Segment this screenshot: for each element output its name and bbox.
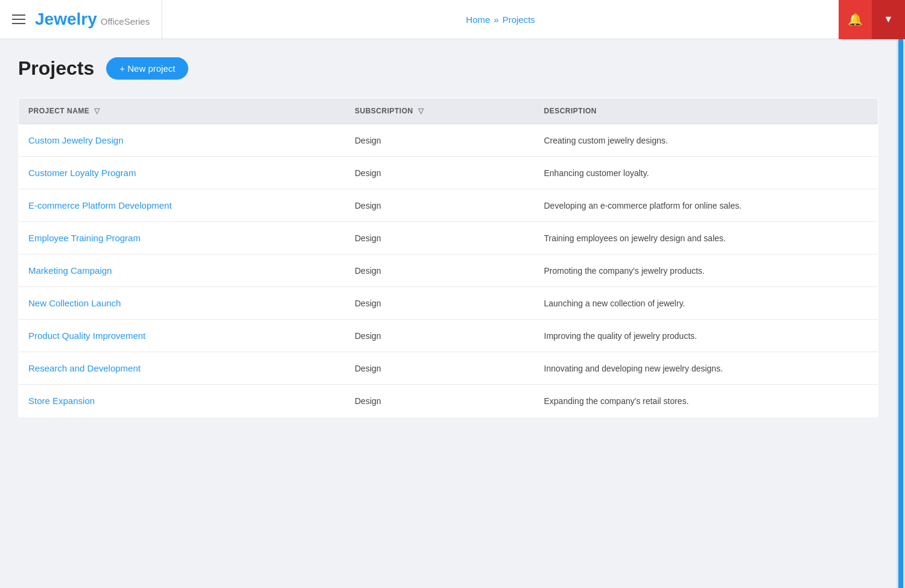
subscription-cell: Design [345, 287, 535, 320]
description-cell: Training employees on jewelry design and… [535, 222, 878, 254]
hamburger-menu-icon[interactable] [12, 14, 25, 24]
description-cell: Promoting the company's jewelry products… [535, 254, 878, 287]
project-name-link[interactable]: Marketing Campaign [28, 265, 112, 276]
subscription-cell: Design [345, 157, 535, 189]
project-name-link[interactable]: Store Expansion [28, 396, 95, 406]
notification-bell-button[interactable]: 🔔 [839, 0, 872, 39]
brand-subtitle: OfficeSeries [101, 16, 150, 27]
header-actions: 🔔 ▼ [839, 0, 905, 39]
chevron-down-icon: ▼ [884, 14, 894, 25]
table-row: Marketing CampaignDesignPromoting the co… [19, 254, 878, 287]
description-cell: Expanding the company's retail stores. [535, 385, 878, 417]
description-cell: Developing an e-commerce platform for on… [535, 189, 878, 222]
description-cell: Enhancing customer loyalty. [535, 157, 878, 189]
table-row: Product Quality ImprovementDesignImprovi… [19, 320, 878, 352]
breadcrumb-home-link[interactable]: Home [466, 14, 490, 25]
project-name-link[interactable]: E-commerce Platform Development [28, 200, 172, 210]
bell-icon: 🔔 [848, 12, 863, 27]
description-cell: Creating custom jewelry designs. [535, 124, 878, 157]
project-name-link[interactable]: New Collection Launch [28, 298, 121, 308]
description-cell: Launching a new collection of jewelry. [535, 287, 878, 320]
table-row: Store ExpansionDesignExpanding the compa… [19, 385, 878, 417]
subscription-cell: Design [345, 385, 535, 417]
subscription-cell: Design [345, 254, 535, 287]
table-header-row: PROJECT NAME ▽ SUBSCRIPTION ▽ DESCRIPTIO… [19, 98, 878, 124]
table-row: Employee Training ProgramDesignTraining … [19, 222, 878, 254]
table-row: Custom Jewelry DesignDesignCreating cust… [19, 124, 878, 157]
col-header-name: PROJECT NAME ▽ [19, 98, 346, 124]
project-name-link[interactable]: Research and Development [28, 363, 141, 373]
user-dropdown-button[interactable]: ▼ [872, 0, 905, 39]
page-title: Projects [18, 57, 94, 80]
filter-subscription-icon[interactable]: ▽ [418, 107, 424, 115]
table-row: Customer Loyalty ProgramDesignEnhancing … [19, 157, 878, 189]
col-header-description: DESCRIPTION [535, 98, 878, 124]
brand-name: Jewelry [35, 10, 97, 29]
projects-table: PROJECT NAME ▽ SUBSCRIPTION ▽ DESCRIPTIO… [18, 98, 878, 417]
main-layout: Projects + New project PROJECT NAME ▽ SU… [0, 39, 905, 588]
breadcrumb: Home » Projects [162, 14, 839, 25]
page-header: Projects + New project [18, 57, 878, 80]
subscription-cell: Design [345, 320, 535, 352]
table-row: Research and DevelopmentDesignInnovating… [19, 352, 878, 385]
header: Jewelry OfficeSeries Home » Projects 🔔 ▼ [0, 0, 905, 39]
subscription-cell: Design [345, 189, 535, 222]
project-name-link[interactable]: Customer Loyalty Program [28, 168, 136, 178]
description-cell: Innovating and developing new jewelry de… [535, 352, 878, 385]
breadcrumb-current: Projects [503, 14, 535, 25]
scrollbar-thumb[interactable] [898, 39, 903, 588]
subscription-cell: Design [345, 352, 535, 385]
subscription-cell: Design [345, 124, 535, 157]
main-content: Projects + New project PROJECT NAME ▽ SU… [0, 39, 897, 588]
col-header-subscription: SUBSCRIPTION ▽ [345, 98, 535, 124]
new-project-button[interactable]: + New project [106, 57, 188, 80]
subscription-cell: Design [345, 222, 535, 254]
table-row: New Collection LaunchDesignLaunching a n… [19, 287, 878, 320]
header-left: Jewelry OfficeSeries [0, 0, 162, 39]
description-cell: Improving the quality of jewelry product… [535, 320, 878, 352]
table-row: E-commerce Platform DevelopmentDesignDev… [19, 189, 878, 222]
breadcrumb-separator: » [494, 14, 498, 25]
project-name-link[interactable]: Custom Jewelry Design [28, 135, 124, 145]
scrollbar-track[interactable] [897, 39, 905, 588]
project-name-link[interactable]: Employee Training Program [28, 233, 141, 243]
brand: Jewelry OfficeSeries [35, 10, 150, 29]
project-name-link[interactable]: Product Quality Improvement [28, 330, 145, 341]
filter-name-icon[interactable]: ▽ [94, 107, 100, 115]
